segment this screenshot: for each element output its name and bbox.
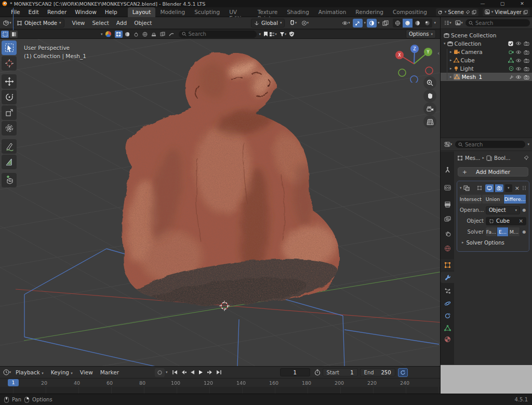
menu-marker[interactable]: Marker [97, 369, 123, 375]
object-picker[interactable]: Cube × [486, 217, 526, 225]
outliner-row-camera[interactable]: ▸ Camera [441, 48, 532, 56]
breadcrumb-object[interactable]: Mes... [465, 155, 481, 161]
properties-options-chevron[interactable]: ▾ [527, 142, 529, 146]
tool-scale[interactable] [2, 105, 17, 120]
tab-render[interactable] [441, 182, 454, 193]
operation-union[interactable]: Union [482, 195, 504, 204]
tool-move[interactable] [2, 74, 17, 89]
menu-tl-view[interactable]: View [76, 369, 97, 375]
scene-selector[interactable]: ▾ Scene [436, 8, 478, 16]
brush-chevron[interactable]: ▾ [101, 32, 103, 36]
outliner-row-mesh1[interactable]: ▸ Mesh_1 [441, 73, 532, 81]
zoom-button[interactable] [423, 76, 436, 89]
pin-icon[interactable] [466, 10, 470, 15]
paint-mode-2-icon[interactable] [124, 31, 131, 38]
properties-editor-type[interactable]: ▾ [443, 140, 453, 149]
hide-eye-icon[interactable] [515, 58, 522, 63]
menu-file[interactable]: File [7, 9, 24, 15]
menu-render[interactable]: Render [43, 9, 71, 15]
asset-chevron[interactable]: ▾ [259, 32, 261, 36]
solver-options-row[interactable]: ▸ Solver Options [460, 237, 526, 248]
tool-transform[interactable] [2, 121, 17, 136]
expand-icon[interactable]: ▾ [444, 42, 446, 46]
breadcrumb-modifier[interactable]: Bool... [494, 155, 510, 161]
expand-icon[interactable]: ▸ [450, 50, 452, 54]
snapping-toggle[interactable]: ▾ [288, 19, 298, 28]
outliner-filter-mode[interactable]: ▾ [454, 19, 464, 28]
mode-selector[interactable]: Object Mode ▾ [14, 19, 64, 28]
render-toggle[interactable] [495, 184, 503, 192]
modifier-extras-menu[interactable]: ▾ [505, 184, 512, 192]
checkbox-icon[interactable] [508, 41, 513, 46]
realtime-toggle[interactable] [485, 184, 494, 192]
operation-difference[interactable]: Differe... [504, 195, 526, 204]
paint-mode-1-icon[interactable] [115, 31, 123, 38]
overlays-toggle[interactable] [367, 19, 377, 28]
outliner-row-cube[interactable]: ▸ Cube [441, 56, 532, 64]
timeline-ruler[interactable]: 20 40 60 80 100 120 140 160 180 200 220 … [0, 378, 440, 387]
tab-rendering[interactable]: Rendering [351, 7, 388, 17]
hide-eye-icon[interactable] [515, 50, 522, 55]
properties-search-input[interactable] [465, 142, 494, 147]
shading-rendered-button[interactable] [422, 19, 432, 28]
tab-physics[interactable] [441, 298, 454, 309]
outliner-display-mode[interactable]: ▾ [443, 19, 453, 28]
tab-animation[interactable]: Animation [314, 7, 351, 17]
prev-keyframe-button[interactable] [180, 369, 188, 376]
tab-layout[interactable]: Layout [128, 7, 156, 17]
sync-range-button[interactable] [398, 368, 408, 377]
menu-window[interactable]: Window [71, 9, 100, 15]
collapse-gizmo-arrow[interactable]: ‹ [437, 50, 440, 56]
gizmo-neg-x-axis[interactable] [425, 67, 433, 74]
tab-world[interactable] [441, 242, 454, 254]
hide-eye-icon[interactable] [515, 41, 522, 46]
pin-icon[interactable] [524, 155, 529, 160]
transform-orientation[interactable]: Global ▾ [251, 19, 285, 28]
timeline-track[interactable] [0, 387, 440, 394]
hide-eye-icon[interactable] [515, 75, 522, 79]
maximize-button[interactable]: ▢ [493, 0, 512, 7]
timeline-editor-type[interactable]: ▾ [2, 368, 12, 377]
animate-dot[interactable]: ● [522, 230, 526, 234]
tab-object[interactable] [441, 259, 454, 271]
tool-search-input[interactable] [189, 31, 246, 37]
disable-render-icon[interactable] [524, 58, 529, 63]
outliner-search-input[interactable] [475, 20, 507, 26]
drag-handle-icon[interactable] [522, 185, 526, 191]
proportional-edit-toggle[interactable]: ▾ [300, 19, 310, 28]
expand-icon[interactable]: ▸ [450, 66, 452, 71]
paint-mode-5-icon[interactable] [150, 31, 158, 38]
tab-output[interactable] [441, 199, 454, 210]
menu-object[interactable]: Object [130, 20, 155, 26]
tool-annotate[interactable] [2, 139, 17, 154]
next-keyframe-button[interactable] [206, 369, 214, 376]
delete-modifier-button[interactable]: × [514, 185, 521, 192]
outliner-row-scene-collection[interactable]: Scene Collection [441, 31, 532, 39]
current-frame-field[interactable]: 1 [280, 368, 310, 376]
shield-icon[interactable] [289, 31, 295, 37]
menu-add[interactable]: Add [113, 20, 130, 26]
tab-sculpting[interactable]: Sculpting [190, 7, 224, 17]
operation-intersect[interactable]: Intersect [460, 195, 482, 204]
tool-select-box[interactable] [2, 40, 17, 55]
tool-add-cube[interactable] [2, 173, 17, 187]
tab-particles[interactable] [441, 285, 454, 296]
tab-view-layer[interactable] [441, 213, 454, 225]
properties-search[interactable] [455, 141, 525, 148]
new-scene-icon[interactable] [472, 10, 476, 15]
tab-material[interactable] [441, 333, 454, 345]
paint-mode-7-icon[interactable] [168, 31, 176, 38]
filter-button[interactable]: ▾ [278, 30, 288, 38]
tab-texture-paint[interactable]: Texture Paint [253, 7, 282, 17]
xray-toggle[interactable] [380, 19, 390, 28]
tool-rotate[interactable] [2, 90, 17, 104]
bookmark-icon[interactable] [263, 31, 268, 37]
menu-help[interactable]: Help [101, 9, 122, 15]
tab-constraints[interactable] [441, 310, 454, 321]
disable-render-icon[interactable] [524, 41, 529, 46]
jump-to-end-button[interactable] [215, 369, 223, 376]
outliner-row-collection[interactable]: ▾ Collection [441, 39, 532, 48]
tool-measure[interactable] [2, 155, 17, 169]
menu-keying[interactable]: Keying ▾ [47, 369, 76, 375]
solver-exact[interactable]: E... [497, 227, 509, 236]
